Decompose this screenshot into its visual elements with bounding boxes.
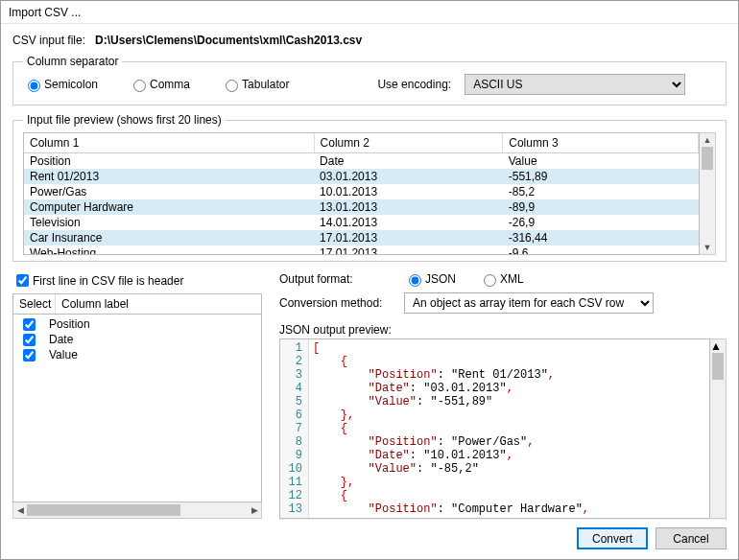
col-list-header-select[interactable]: Select [13, 294, 56, 314]
column-label: Date [49, 333, 73, 346]
list-item[interactable]: Date [13, 332, 261, 347]
separator-tabulator-radio[interactable]: Tabulator [221, 77, 289, 92]
json-output-preview[interactable]: 12345678910111213 [ { "Position": "Rent … [279, 338, 710, 519]
scroll-left-icon[interactable]: ◀ [13, 502, 27, 518]
table-row[interactable]: Web-Hosting17.01.2013-9.6 [24, 245, 699, 255]
table-cell: 10.01.2013 [314, 184, 503, 199]
table-cell: Television [24, 215, 314, 230]
column-list[interactable]: PositionDateValue [12, 314, 262, 502]
encoding-select[interactable]: ASCII US [465, 74, 685, 95]
separator-semicolon-radio[interactable]: Semicolon [23, 77, 98, 92]
table-row[interactable]: Power/Gas10.01.2013-85,2 [24, 184, 699, 199]
scroll-right-icon[interactable]: ▶ [248, 502, 261, 518]
convert-button[interactable]: Convert [577, 527, 648, 549]
import-csv-dialog: Import CSV ... CSV input file: D:\Users\… [0, 0, 739, 560]
csv-input-file-path: D:\Users\Clemens\Documents\xml\Cash2013.… [95, 34, 362, 47]
table-cell: Power/Gas [24, 184, 314, 199]
preview-header-1[interactable]: Column 1 [24, 133, 314, 153]
input-preview-legend: Input file preview (shows first 20 lines… [23, 113, 226, 127]
preview-vertical-scrollbar[interactable]: ▲ ▼ [700, 132, 716, 255]
separator-comma-input[interactable] [133, 80, 146, 92]
table-cell: 14.01.2013 [314, 215, 503, 230]
output-format-label: Output format: [279, 272, 404, 286]
list-item[interactable]: Position [13, 316, 261, 332]
separator-tabulator-input[interactable] [226, 80, 238, 92]
table-cell: -26,9 [503, 215, 699, 230]
table-row[interactable]: Computer Hardware13.01.2013-89,9 [24, 199, 699, 215]
table-cell: Date [314, 153, 503, 170]
table-cell: -85,2 [503, 184, 699, 199]
table-cell: 17.01.2013 [314, 245, 503, 255]
output-xml-input[interactable] [484, 274, 496, 287]
window-title: Import CSV ... [1, 1, 738, 24]
table-row[interactable]: Television14.01.2013-26,9 [24, 215, 699, 230]
column-select-checkbox[interactable] [23, 349, 36, 362]
table-cell: Web-Hosting [24, 245, 314, 255]
scroll-thumb[interactable] [702, 147, 713, 170]
separator-comma-radio[interactable]: Comma [129, 77, 190, 92]
separator-tabulator-label: Tabulator [242, 78, 289, 91]
scroll-thumb[interactable] [712, 353, 724, 380]
output-json-input[interactable] [409, 274, 421, 287]
first-line-header-label: First line in CSV file is header [33, 274, 183, 288]
separator-semicolon-input[interactable] [28, 80, 40, 92]
table-cell: -9.6 [503, 245, 699, 255]
scroll-up-icon[interactable]: ▲ [700, 133, 715, 147]
output-json-radio[interactable]: JSON [404, 271, 456, 287]
column-separator-legend: Column separator [23, 55, 122, 68]
table-cell: Value [503, 153, 699, 170]
scroll-left-icon[interactable]: ◀ [280, 519, 726, 520]
output-json-label: JSON [425, 272, 456, 286]
table-cell: -89,9 [503, 199, 699, 215]
output-xml-label: XML [500, 272, 524, 286]
scroll-thumb[interactable] [27, 504, 180, 516]
column-select-checkbox[interactable] [23, 318, 36, 331]
conversion-method-label: Conversion method: [279, 296, 404, 310]
table-cell: 13.01.2013 [314, 199, 503, 215]
table-row[interactable]: PositionDateValue [24, 153, 699, 170]
table-cell: Position [24, 153, 314, 170]
json-preview-label: JSON output preview: [279, 323, 727, 337]
table-row[interactable]: Rent 01/201303.01.2013-551,89 [24, 169, 699, 184]
column-label: Position [49, 317, 90, 331]
preview-table[interactable]: Column 1 Column 2 Column 3 PositionDateV… [23, 132, 700, 255]
input-preview-group: Input file preview (shows first 20 lines… [12, 113, 727, 262]
separator-semicolon-label: Semicolon [44, 78, 98, 91]
table-cell: Computer Hardware [24, 199, 314, 215]
table-cell: 17.01.2013 [314, 230, 503, 245]
cancel-button[interactable]: Cancel [656, 527, 727, 549]
csv-input-file-label: CSV input file: [12, 34, 85, 47]
output-xml-radio[interactable]: XML [479, 271, 524, 287]
table-cell: -551,89 [503, 169, 699, 184]
table-row[interactable]: Car Insurance17.01.2013-316,44 [24, 230, 699, 245]
column-select-checkbox[interactable] [23, 334, 36, 346]
separator-comma-label: Comma [150, 78, 190, 91]
encoding-label: Use encoding: [377, 78, 451, 91]
first-line-header-input[interactable] [16, 274, 29, 287]
list-item[interactable]: Value [13, 347, 261, 362]
json-horizontal-scrollbar[interactable]: ◀ ▶ [279, 519, 727, 520]
column-list-horizontal-scrollbar[interactable]: ◀ ▶ [12, 502, 262, 519]
table-cell: 03.01.2013 [314, 169, 503, 184]
col-list-header-label[interactable]: Column label [56, 294, 261, 314]
scroll-down-icon[interactable]: ▼ [700, 241, 715, 254]
conversion-method-select[interactable]: An object as array item for each CSV row [404, 292, 654, 314]
preview-header-3[interactable]: Column 3 [503, 133, 699, 153]
column-separator-group: Column separator Semicolon Comma Tabulat… [12, 55, 727, 105]
json-vertical-scrollbar[interactable]: ▲ ▼ [710, 338, 727, 519]
table-cell: -316,44 [503, 230, 699, 245]
column-label: Value [49, 348, 78, 362]
table-cell: Rent 01/2013 [24, 169, 314, 184]
table-cell: Car Insurance [24, 230, 314, 245]
preview-header-2[interactable]: Column 2 [314, 133, 503, 153]
scroll-up-icon[interactable]: ▲ [710, 339, 726, 353]
first-line-header-checkbox[interactable]: First line in CSV file is header [12, 271, 262, 290]
